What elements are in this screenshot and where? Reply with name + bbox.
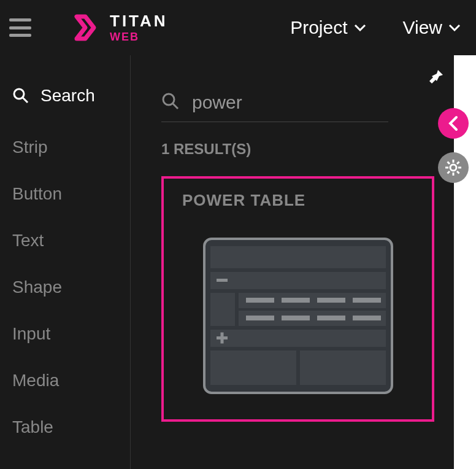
svg-rect-18 — [353, 316, 381, 320]
table-preview-icon — [203, 238, 393, 394]
svg-rect-17 — [317, 316, 345, 320]
app-header: TITAN WEB Project View — [0, 0, 476, 55]
logo-mark-icon — [68, 10, 102, 45]
svg-point-0 — [14, 89, 24, 99]
panel-search — [161, 92, 388, 122]
sidebar-item-button[interactable]: Button — [0, 171, 130, 217]
svg-rect-23 — [300, 351, 386, 385]
menu-project[interactable]: Project — [290, 17, 366, 38]
sidebar-item-strip[interactable]: Strip — [0, 124, 130, 171]
pin-button[interactable] — [426, 68, 445, 90]
svg-rect-19 — [210, 330, 386, 347]
elements-panel: 1 RESULT(S) POWER TABLE — [131, 55, 476, 469]
svg-rect-22 — [210, 351, 296, 385]
menu-project-label: Project — [290, 17, 347, 38]
chevron-left-icon — [448, 115, 459, 131]
menu-toggle-button[interactable] — [9, 18, 31, 37]
svg-line-3 — [173, 104, 178, 109]
sidebar-search-button[interactable]: Search — [0, 74, 130, 124]
menu-view-label: View — [403, 17, 442, 38]
svg-rect-8 — [210, 293, 235, 326]
svg-line-1 — [23, 98, 28, 103]
result-title: POWER TABLE — [182, 191, 413, 210]
svg-rect-11 — [246, 298, 274, 303]
result-card-power-table[interactable]: POWER TABLE — [161, 176, 434, 422]
sidebar-search-label: Search — [40, 86, 95, 106]
chevron-down-icon — [448, 24, 461, 31]
sidebar-item-text[interactable]: Text — [0, 217, 130, 264]
sidebar-item-table[interactable]: Table — [0, 404, 130, 451]
sidebar-item-media[interactable]: Media — [0, 357, 130, 404]
sidebar-items: Strip Button Text Shape Input Media Tabl… — [0, 124, 130, 451]
svg-line-31 — [457, 162, 459, 165]
svg-rect-14 — [353, 298, 381, 303]
result-preview — [182, 238, 413, 394]
results-count-label: 1 RESULT(S) — [161, 141, 458, 158]
menu-view[interactable]: View — [403, 17, 461, 38]
svg-rect-16 — [282, 316, 310, 320]
svg-line-30 — [457, 171, 459, 174]
sidebar-item-input[interactable]: Input — [0, 311, 130, 357]
settings-button[interactable] — [438, 152, 469, 183]
brand-text: TITAN WEB — [110, 13, 168, 42]
svg-rect-5 — [210, 246, 386, 268]
sidebar-item-shape[interactable]: Shape — [0, 264, 130, 311]
svg-rect-12 — [282, 298, 310, 303]
brand-subtitle: WEB — [110, 31, 168, 42]
svg-rect-21 — [220, 333, 223, 344]
svg-rect-6 — [210, 272, 386, 289]
svg-rect-7 — [217, 279, 228, 282]
svg-line-29 — [448, 162, 450, 165]
search-icon — [161, 92, 180, 113]
collapse-panel-button[interactable] — [438, 108, 469, 139]
search-icon — [12, 87, 29, 104]
svg-point-2 — [163, 94, 174, 105]
brand-logo[interactable]: TITAN WEB — [68, 10, 168, 45]
svg-rect-15 — [246, 316, 274, 320]
svg-rect-13 — [317, 298, 345, 303]
gear-icon — [444, 158, 463, 177]
main-area: Search Strip Button Text Shape Input Med… — [0, 55, 476, 469]
header-menu: Project View — [290, 17, 461, 38]
svg-line-32 — [448, 171, 450, 174]
sidebar: Search Strip Button Text Shape Input Med… — [0, 55, 131, 469]
chevron-down-icon — [354, 24, 366, 31]
panel-search-input[interactable] — [192, 92, 388, 113]
brand-title: TITAN — [110, 13, 168, 29]
svg-point-24 — [450, 165, 456, 171]
